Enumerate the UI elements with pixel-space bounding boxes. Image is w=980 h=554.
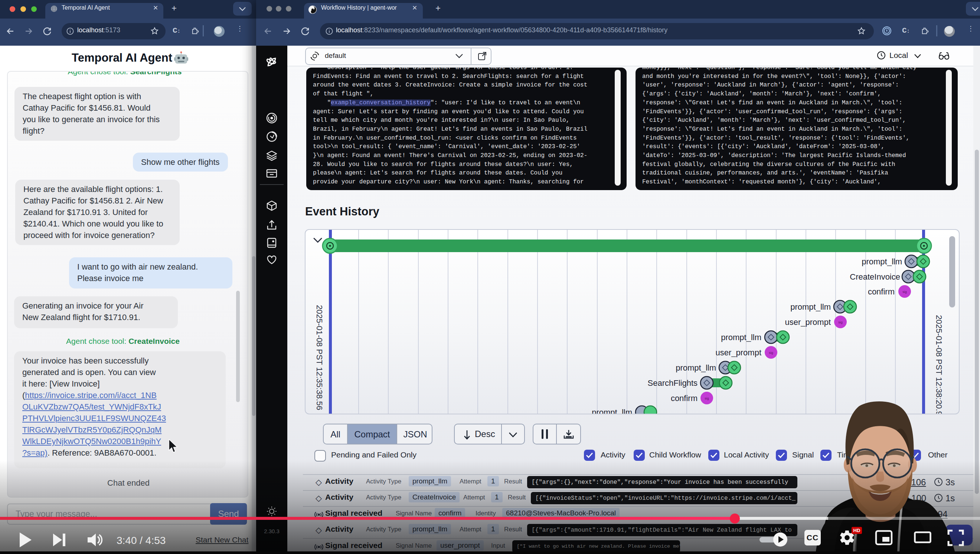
svg-text:SearchFlights: SearchFlights — [648, 378, 697, 388]
svg-text:2025-01-08 PST 12:35:38.56: 2025-01-08 PST 12:35:38.56 — [315, 305, 324, 410]
svg-text:prompt_llm: prompt_llm — [721, 333, 761, 342]
svg-text:sig: sig — [838, 320, 843, 324]
svg-text:prompt_llm: prompt_llm — [862, 257, 902, 266]
svg-text:user_prompt: user_prompt — [715, 348, 761, 357]
svg-text:user_prompt: user_prompt — [785, 317, 831, 327]
svg-text:prompt_llm: prompt_llm — [592, 408, 632, 414]
svg-text:confirm: confirm — [671, 393, 697, 403]
svg-text:confirm: confirm — [868, 287, 895, 296]
svg-text:CreateInvoice: CreateInvoice — [850, 272, 900, 282]
svg-text:sig: sig — [705, 396, 709, 400]
svg-text:prompt_llm: prompt_llm — [790, 302, 831, 312]
svg-text:sig: sig — [902, 290, 907, 294]
svg-text:sig: sig — [769, 351, 773, 355]
svg-text:prompt_llm: prompt_llm — [676, 363, 716, 373]
